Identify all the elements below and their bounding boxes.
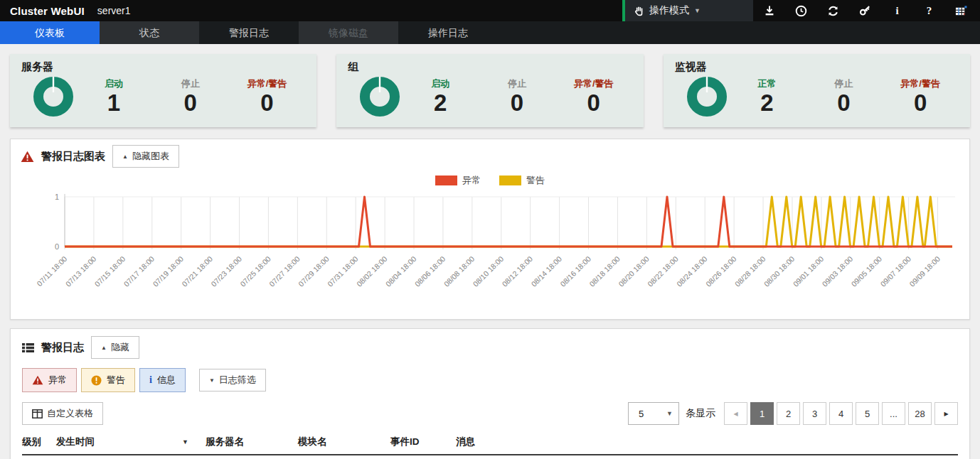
stat-stopped: 停止 0 — [805, 77, 882, 116]
hide-chart-button[interactable]: ▲ 隐藏图表 — [112, 145, 179, 168]
svg-text:07/19 18:00: 07/19 18:00 — [151, 254, 185, 288]
filter-info-button[interactable]: i 信息 — [139, 368, 186, 392]
alert-log-panel: 警报日志 ▲ 隐藏 异常 — [10, 328, 970, 459]
page-button-4[interactable]: 4 — [829, 402, 853, 425]
svg-text:09/07 18:00: 09/07 18:00 — [878, 254, 912, 288]
svg-text:09/09 18:00: 09/09 18:00 — [907, 254, 942, 288]
chart-legend: 异常 警告 — [21, 174, 959, 187]
chevron-down-icon: ▼ — [209, 377, 215, 384]
refresh-icon[interactable] — [827, 5, 839, 17]
stat-value: 0 — [479, 91, 555, 116]
key-icon[interactable] — [859, 5, 871, 17]
table-icon[interactable] — [955, 5, 967, 17]
svg-text:07/21 18:00: 07/21 18:00 — [180, 254, 214, 288]
column-header-module[interactable]: 模块名 — [298, 436, 390, 448]
hand-icon — [634, 6, 644, 16]
tab-alert-log[interactable]: 警报日志 — [199, 21, 299, 44]
operation-mode-dropdown[interactable]: 操作模式 ▼ — [622, 0, 753, 21]
legend-item-error: 异常 — [435, 174, 481, 187]
alert-log-chart-panel: 警报日志图表 ▲ 隐藏图表 异常 警告 07/11 18:0007/13 18:… — [10, 139, 970, 320]
svg-text:08/02 18:00: 08/02 18:00 — [355, 254, 389, 288]
stat-started: 启动 2 — [402, 77, 479, 116]
page-ellipsis[interactable]: ... — [882, 402, 905, 425]
alert-panel-title: 警报日志 — [41, 341, 84, 355]
svg-text:08/24 18:00: 08/24 18:00 — [675, 254, 709, 288]
donut-chart — [685, 75, 729, 119]
help-icon[interactable]: ? — [923, 5, 935, 17]
tab-mirror-disk: 镜像磁盘 — [299, 21, 398, 44]
chevron-down-icon: ▼ — [694, 7, 701, 14]
alert-log-chart: 07/11 18:0007/13 18:0007/15 18:0007/17 1… — [21, 190, 961, 316]
svg-text:08/18 18:00: 08/18 18:00 — [587, 254, 622, 288]
card-title: 服务器 — [21, 60, 305, 74]
info-icon[interactable]: i — [891, 5, 903, 17]
stat-error-warning: 异常/警告 0 — [555, 77, 632, 116]
stat-value: 0 — [805, 91, 882, 116]
tab-operation-log[interactable]: 操作日志 — [398, 21, 498, 44]
svg-text:08/06 18:00: 08/06 18:00 — [413, 254, 447, 288]
svg-text:1: 1 — [55, 193, 59, 201]
exclamation-circle-icon — [91, 375, 102, 386]
topbar-icon-strip: i ? — [753, 0, 980, 21]
svg-text:0: 0 — [55, 242, 59, 251]
filter-row: 异常 警告 i 信息 ▼ 日志筛选 — [22, 368, 958, 392]
svg-text:08/28 18:00: 08/28 18:00 — [733, 254, 767, 288]
svg-text:09/01 18:00: 09/01 18:00 — [792, 254, 826, 288]
pagination: ◀ 1 2 3 4 5 ... 28 ▶ — [724, 402, 958, 425]
svg-text:07/15 18:00: 07/15 18:00 — [93, 254, 127, 288]
columns-icon — [32, 409, 43, 418]
customize-table-button[interactable]: 自定义表格 — [22, 402, 103, 425]
stat-error-warning: 异常/警告 0 — [882, 77, 959, 116]
list-icon — [22, 342, 34, 353]
next-page-button[interactable]: ▶ — [934, 402, 958, 425]
stat-value: 0 — [555, 91, 632, 116]
clock-icon[interactable] — [795, 5, 807, 17]
page-button-2[interactable]: 2 — [777, 402, 800, 425]
card-title: 监视器 — [675, 60, 959, 74]
alert-table-header: 级别 发生时间 ▼ 服务器名 模块名 事件ID 消息 — [22, 436, 958, 455]
page-button-1[interactable]: 1 — [750, 402, 774, 425]
svg-text:08/30 18:00: 08/30 18:00 — [762, 254, 797, 288]
svg-text:08/10 18:00: 08/10 18:00 — [471, 254, 505, 288]
collapse-icon: ▲ — [101, 345, 107, 351]
monitor-status-card: 监视器 正常 2 停止 0 — [664, 54, 970, 127]
svg-text:07/29 18:00: 07/29 18:00 — [297, 254, 331, 288]
download-icon[interactable] — [763, 5, 775, 17]
legend-item-warning: 警告 — [499, 174, 545, 187]
sort-desc-icon: ▼ — [182, 438, 188, 446]
column-header-server[interactable]: 服务器名 — [206, 436, 298, 448]
stat-normal: 正常 2 — [729, 77, 806, 116]
svg-text:08/26 18:00: 08/26 18:00 — [704, 254, 738, 288]
app-title: Cluster WebUI — [10, 5, 85, 17]
filter-error-button[interactable]: 异常 — [22, 368, 77, 392]
svg-text:07/25 18:00: 07/25 18:00 — [238, 254, 272, 288]
page-button-28[interactable]: 28 — [908, 402, 932, 425]
warning-triangle-icon — [32, 375, 43, 385]
collapse-icon: ▲ — [122, 153, 128, 160]
page-button-3[interactable]: 3 — [803, 402, 826, 425]
cluster-name: server1 — [97, 5, 131, 16]
column-header-level[interactable]: 级别 — [22, 436, 56, 448]
svg-text:09/05 18:00: 09/05 18:00 — [849, 254, 883, 288]
column-header-message[interactable]: 消息 — [456, 436, 958, 448]
tab-status[interactable]: 状态 — [100, 21, 199, 44]
stat-error-warning: 异常/警告 0 — [229, 77, 306, 116]
svg-text:08/22 18:00: 08/22 18:00 — [646, 254, 680, 288]
hide-log-button[interactable]: ▲ 隐藏 — [91, 336, 139, 359]
status-cards-row: 服务器 启动 1 停止 0 — [10, 54, 970, 127]
log-filter-dropdown[interactable]: ▼ 日志筛选 — [199, 369, 266, 392]
operation-mode-label: 操作模式 — [649, 4, 689, 17]
table-toolbar: 自定义表格 5 ▼ 条显示 ◀ 1 2 3 4 5 ... 28 ▶ — [22, 402, 958, 425]
tab-dashboard[interactable]: 仪表板 — [0, 21, 100, 44]
filter-warning-button[interactable]: 警告 — [81, 368, 135, 392]
page-button-5[interactable]: 5 — [856, 402, 879, 425]
stat-started: 启动 1 — [75, 77, 152, 116]
svg-text:09/03 18:00: 09/03 18:00 — [820, 254, 854, 288]
column-header-event-id[interactable]: 事件ID — [390, 436, 456, 448]
column-header-time[interactable]: 发生时间 ▼ — [56, 436, 206, 448]
svg-text:08/20 18:00: 08/20 18:00 — [617, 254, 651, 288]
page-size-select[interactable]: 5 ▼ — [628, 402, 679, 425]
card-title: 组 — [348, 60, 632, 74]
group-status-card: 组 启动 2 停止 0 — [336, 54, 643, 127]
prev-page-button[interactable]: ◀ — [724, 402, 747, 425]
